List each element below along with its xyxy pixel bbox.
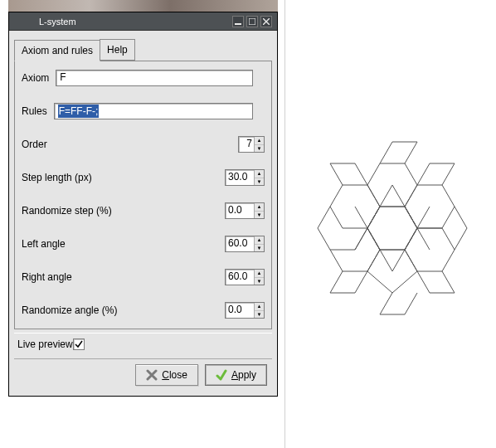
close-label-u: C xyxy=(162,369,169,381)
label-live-preview: Live preview xyxy=(17,338,73,350)
row-rand-angle: Randomize angle (%) 0.0 ▲ ▼ xyxy=(22,302,265,319)
spin-up-icon[interactable]: ▲ xyxy=(255,270,264,278)
apply-label-rest: pply xyxy=(238,369,256,381)
order-input[interactable]: 7 ▲ ▼ xyxy=(238,136,265,153)
row-right-angle: Right angle 60.0 ▲ ▼ xyxy=(22,269,265,285)
window-body: Axiom and rules Help Axiom F Rules F=FF-… xyxy=(9,31,277,396)
label-left-angle: Left angle xyxy=(22,238,66,250)
close-x-icon xyxy=(146,369,158,381)
right-angle-input[interactable]: 60.0 ▲ ▼ xyxy=(225,269,265,285)
label-order: Order xyxy=(22,139,47,150)
close-label-rest: lose xyxy=(169,369,187,381)
spin-down-icon[interactable]: ▼ xyxy=(255,145,264,153)
svg-rect-1 xyxy=(249,18,255,25)
rules-input[interactable]: F=FF-F-; xyxy=(54,103,253,119)
spin-up-icon[interactable]: ▲ xyxy=(255,203,264,212)
spin-down-icon[interactable]: ▼ xyxy=(255,311,264,319)
row-left-angle: Left angle 60.0 ▲ ▼ xyxy=(22,236,265,252)
spin-up-icon[interactable]: ▲ xyxy=(255,170,264,178)
row-step-length: Step length (px) 30.0 ▲ ▼ xyxy=(22,169,265,186)
rules-value: F=FF-F-; xyxy=(58,105,100,118)
left-angle-input[interactable]: 60.0 ▲ ▼ xyxy=(225,236,265,252)
check-icon xyxy=(216,369,227,381)
spin-up-icon[interactable]: ▲ xyxy=(255,303,264,311)
spin-up-icon[interactable]: ▲ xyxy=(255,137,264,145)
left-angle-value: 60.0 xyxy=(226,236,254,251)
row-axiom: Axiom F xyxy=(22,70,265,86)
spin-up-icon[interactable]: ▲ xyxy=(255,236,264,245)
row-live-preview: Live preview xyxy=(14,334,272,358)
axiom-input[interactable]: F xyxy=(56,70,253,86)
label-axiom: Axiom xyxy=(22,72,49,84)
step-length-value: 30.0 xyxy=(226,170,254,185)
rand-step-value: 0.0 xyxy=(226,203,254,218)
apply-label-u: A xyxy=(231,369,238,381)
tab-axiom-and-rules[interactable]: Axiom and rules xyxy=(14,40,100,61)
titlebar[interactable]: L-system xyxy=(9,12,277,31)
spin-down-icon[interactable]: ▼ xyxy=(255,212,264,219)
spin-down-icon[interactable]: ▼ xyxy=(255,278,264,285)
axiom-value: F xyxy=(60,71,66,83)
tab-label: Axiom and rules xyxy=(22,45,93,56)
tabs: Axiom and rules Help xyxy=(14,39,272,61)
rand-angle-value: 0.0 xyxy=(226,303,254,318)
svg-rect-0 xyxy=(235,23,241,25)
row-rand-step: Randomize step (%) 0.0 ▲ ▼ xyxy=(22,202,265,219)
titlebar-backdrop xyxy=(8,0,278,12)
apply-button[interactable]: Apply xyxy=(205,364,267,386)
tab-label: Help xyxy=(107,44,128,56)
row-rules: Rules F=FF-F-; xyxy=(22,103,265,119)
lsystem-preview xyxy=(314,116,471,340)
label-rules: Rules xyxy=(22,105,47,117)
order-value: 7 xyxy=(239,137,254,152)
svg-marker-2 xyxy=(367,207,417,250)
spin-down-icon[interactable]: ▼ xyxy=(255,178,264,186)
row-order: Order 7 ▲ ▼ xyxy=(22,136,265,153)
step-length-input[interactable]: 30.0 ▲ ▼ xyxy=(225,169,265,186)
lsystem-dialog: L-system Axiom and rules Help Axiom F xyxy=(8,12,278,397)
maximize-icon[interactable] xyxy=(246,16,258,27)
live-preview-checkbox[interactable] xyxy=(73,338,85,350)
label-right-angle: Right angle xyxy=(22,271,72,283)
close-icon[interactable] xyxy=(260,16,272,27)
spin-down-icon[interactable]: ▼ xyxy=(255,245,264,252)
tabpanel-axiom-and-rules: Axiom F Rules F=FF-F-; Order 7 ▲ ▼ xyxy=(14,61,272,329)
close-button[interactable]: Close xyxy=(135,364,198,386)
dialog-footer: Close Apply xyxy=(14,358,272,391)
tab-help[interactable]: Help xyxy=(100,39,135,61)
window-title: L-system xyxy=(39,17,76,27)
label-step-length: Step length (px) xyxy=(22,172,92,183)
rand-step-input[interactable]: 0.0 ▲ ▼ xyxy=(225,202,265,219)
page-divider xyxy=(284,0,285,448)
label-rand-angle: Randomize angle (%) xyxy=(22,304,117,316)
rand-angle-input[interactable]: 0.0 ▲ ▼ xyxy=(225,302,265,319)
right-angle-value: 60.0 xyxy=(226,270,254,285)
minimize-icon[interactable] xyxy=(232,16,244,27)
label-rand-step: Randomize step (%) xyxy=(22,205,112,217)
